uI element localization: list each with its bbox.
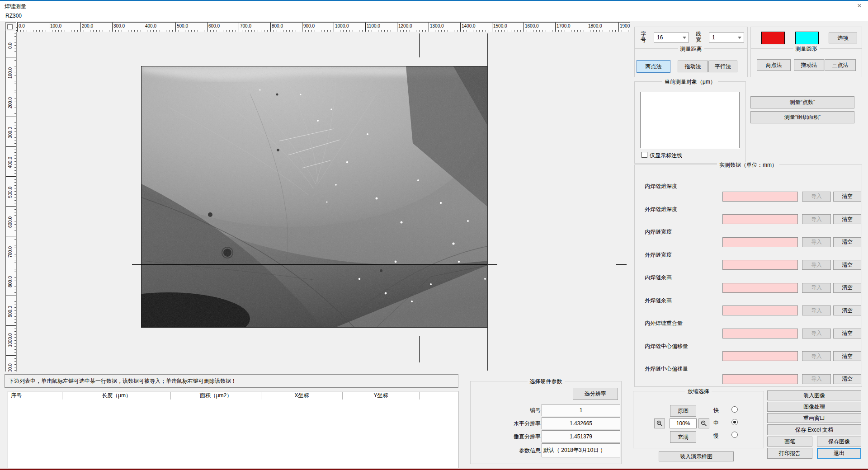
load-image-button[interactable]: 装入图像 (767, 390, 861, 400)
results-table[interactable]: 序号 长度（μm） 面积（μm2） X坐标 Y坐标 (8, 391, 458, 468)
value-field[interactable] (722, 192, 798, 202)
current-object-listbox[interactable] (640, 92, 740, 148)
measure-horizontal-line (132, 264, 497, 265)
show-annotation-checkbox[interactable] (642, 152, 647, 158)
measured-row: 外焊缝余高 导入 清空 (635, 296, 862, 319)
line-width-value: 1 (712, 34, 715, 41)
distance-parallel-button[interactable]: 平行法 (708, 61, 737, 72)
clear-button[interactable]: 清空 (833, 329, 861, 338)
weld-micrograph-image[interactable] (141, 66, 488, 328)
import-button[interactable]: 导入 (802, 260, 831, 270)
hardware-title: 选择硬件参数 (528, 378, 565, 385)
param-info-field[interactable]: 默认（ 2018年3月10日 ） (542, 443, 620, 457)
value-field[interactable] (722, 283, 798, 293)
zoom-value-field[interactable]: 100% (670, 418, 697, 428)
import-button[interactable]: 导入 (802, 214, 831, 224)
col-index[interactable]: 序号 (8, 392, 62, 400)
import-button[interactable]: 导入 (802, 192, 831, 202)
line-width-label: 线宽 (695, 31, 702, 43)
clear-button[interactable]: 清空 (833, 374, 861, 384)
value-field[interactable] (722, 214, 798, 224)
zoom-in-icon[interactable] (654, 418, 665, 428)
row-label: 内焊缝宽度 (645, 228, 672, 236)
cyan-swatch[interactable] (795, 32, 819, 44)
zoom-group-title: 放缩选择 (685, 388, 712, 395)
clear-button[interactable]: 清空 (833, 260, 861, 270)
import-button[interactable]: 导入 (802, 237, 831, 247)
hint-text: 下边列表中，单击鼠标左键可选中某一行数据，该数据可被导入；单击鼠标右键可删除该数… (9, 377, 236, 385)
print-report-button[interactable]: 打印报告 (767, 448, 812, 459)
options-button[interactable]: 选项 (829, 33, 857, 43)
value-field[interactable] (722, 374, 798, 384)
import-button[interactable]: 导入 (802, 329, 831, 338)
original-size-button[interactable]: 原图 (670, 405, 696, 417)
current-object-title: 当前测量对象（μm） (662, 79, 718, 85)
font-size-value: 16 (657, 34, 663, 41)
measure-area-button[interactable]: 测量“组织面积” (750, 111, 854, 123)
circle-drag-button[interactable]: 拖动法 (794, 59, 824, 71)
col-area[interactable]: 面积（μm2） (171, 392, 261, 400)
red-swatch[interactable] (761, 32, 785, 44)
speed-fast-radio[interactable] (731, 406, 738, 413)
col-length[interactable]: 长度（μm） (62, 392, 171, 400)
clear-button[interactable]: 清空 (833, 306, 861, 315)
save-image-button[interactable]: 保存图像 (817, 437, 861, 446)
measure-points-button[interactable]: 测量“点数” (750, 96, 854, 108)
distance-two-point-button[interactable]: 两点法 (637, 60, 670, 73)
image-process-button[interactable]: 图像处理 (767, 402, 861, 412)
value-field[interactable] (722, 260, 798, 270)
measured-data-group: 实测数据（单位：mm） 内焊缝熔深度 导入 清空 外焊缝熔深度 导入 清空 内焊… (634, 164, 862, 387)
line-width-select[interactable]: 1 (709, 33, 744, 42)
h-resolution-field[interactable]: 1.432665 (542, 417, 620, 429)
circle-two-point-button[interactable]: 两点法 (757, 59, 791, 71)
col-x[interactable]: X坐标 (261, 392, 343, 400)
distance-drag-button[interactable]: 拖动法 (678, 61, 708, 72)
h-resolution-label: 水平分辨率 (473, 420, 541, 428)
measured-row: 内焊缝宽度 导入 清空 (635, 227, 862, 250)
row-label: 内焊缝熔深度 (645, 183, 677, 190)
fit-button[interactable]: 充满 (670, 431, 696, 443)
import-button[interactable]: 导入 (802, 374, 831, 384)
col-y[interactable]: Y坐标 (343, 392, 420, 400)
save-excel-button[interactable]: 保存 Excel 文档 (767, 424, 861, 435)
speed-medium-radio[interactable] (731, 419, 738, 425)
value-field[interactable] (722, 306, 798, 315)
font-size-label: 字号 (640, 31, 646, 43)
clear-button[interactable]: 清空 (833, 214, 861, 224)
title-bar: 焊缝测量 × (0, 1, 868, 11)
id-field[interactable]: 1 (542, 404, 620, 416)
close-icon[interactable]: × (857, 1, 862, 10)
zoom-out-icon[interactable] (698, 418, 709, 428)
circle-three-point-button[interactable]: 三点法 (825, 59, 856, 71)
exit-button[interactable]: 退出 (817, 448, 861, 459)
row-label: 外焊缝宽度 (645, 251, 672, 259)
clear-button[interactable]: 清空 (833, 192, 861, 202)
v-resolution-label: 垂直分辨率 (473, 433, 541, 441)
import-button[interactable]: 导入 (802, 351, 831, 361)
clear-button[interactable]: 清空 (833, 283, 861, 293)
row-label: 内外焊缝重合量 (645, 320, 683, 327)
select-resolution-button[interactable]: 选分辨率 (573, 388, 618, 400)
app-window: 焊缝测量 × RZ300 0.0100.0200.0300.0400.0500.… (0, 0, 868, 470)
row-label: 外焊缝中心偏移量 (645, 365, 688, 373)
font-size-select[interactable]: 16 (654, 33, 689, 42)
menu-item-rz300[interactable]: RZ300 (5, 13, 22, 19)
hardware-group: 选择硬件参数 选分辨率 编号 1 水平分辨率 1.432665 垂直分辨率 1.… (470, 381, 622, 464)
chevron-down-icon (738, 37, 741, 39)
import-button[interactable]: 导入 (802, 306, 831, 315)
v-resolution-field[interactable]: 1.451379 (542, 430, 620, 442)
window-title: 焊缝测量 (5, 3, 26, 10)
value-field[interactable] (722, 329, 798, 338)
page-boundary-line (487, 33, 488, 371)
import-button[interactable]: 导入 (802, 283, 831, 293)
clear-button[interactable]: 清空 (833, 351, 861, 361)
clear-button[interactable]: 清空 (833, 237, 861, 247)
value-field[interactable] (722, 237, 798, 247)
speed-fast-label: 快 (713, 407, 719, 414)
value-field[interactable] (722, 351, 798, 361)
speed-slow-radio[interactable] (731, 432, 738, 438)
speed-medium-label: 中 (713, 419, 719, 427)
load-demo-button[interactable]: 装入演示样图 (659, 451, 734, 461)
pen-button[interactable]: 画笔 (767, 437, 812, 446)
redraw-window-button[interactable]: 重画窗口 (767, 413, 861, 423)
